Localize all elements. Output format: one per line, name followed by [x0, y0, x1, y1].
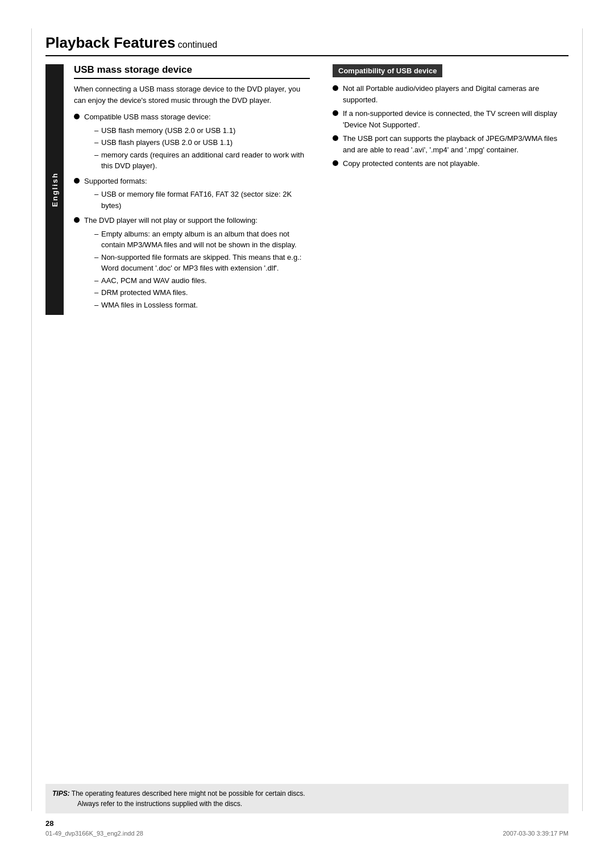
bullet-text: Not all Portable audio/video players and…	[343, 83, 569, 105]
language-label: English	[51, 172, 59, 207]
bullet-icon	[333, 85, 338, 91]
language-tab: English	[45, 64, 64, 315]
right-section-heading: Compatibility of USB device	[333, 64, 442, 77]
list-item: If a non-supported device is connected, …	[333, 108, 569, 130]
bullet-icon	[74, 178, 80, 184]
sub-list-item: USB or memory file format FAT16, FAT 32 …	[94, 189, 310, 211]
list-item: Compatible USB mass storage device: USB …	[74, 111, 310, 173]
sub-list: USB or memory file format FAT16, FAT 32 …	[94, 189, 310, 211]
tips-text: The operating features described here mi…	[72, 790, 305, 798]
footer-area: TIPS: The operating features described h…	[45, 784, 569, 837]
bullet-text: Compatible USB mass storage device: USB …	[84, 111, 310, 173]
bullet-icon	[74, 114, 80, 119]
left-section-heading: USB mass storage device	[74, 64, 310, 79]
sub-list-item: Non-supported file formats are skipped. …	[94, 252, 310, 274]
bullet-icon	[333, 160, 338, 166]
title-suffix: continued	[175, 40, 217, 49]
title-text: Playback Features	[45, 34, 175, 51]
border-left	[31, 28, 32, 811]
sub-list: USB flash memory (USB 2.0 or USB 1.1) US…	[94, 125, 310, 172]
sub-list-item: DRM protected WMA files.	[94, 287, 310, 298]
bullet-text: The DVD player will not play or support …	[84, 215, 310, 312]
bullet-text: Supported formats: USB or memory file fo…	[84, 176, 310, 213]
bullet-icon	[333, 110, 338, 116]
two-column-layout: USB mass storage device When connecting …	[74, 64, 569, 315]
page-number: 28	[45, 819, 569, 828]
bullet-text: If a non-supported device is connected, …	[343, 108, 569, 130]
bullet-icon	[74, 217, 80, 223]
tips-box: TIPS: The operating features described h…	[45, 784, 569, 813]
tips-label: TIPS:	[52, 790, 70, 798]
sub-list: Empty albums: an empty album is an album…	[94, 229, 310, 311]
sub-list-item: USB flash players (USB 2.0 or USB 1.1)	[94, 137, 310, 148]
left-column: USB mass storage device When connecting …	[74, 64, 310, 315]
bullet-icon	[333, 135, 338, 141]
sub-list-item: AAC, PCM and WAV audio files.	[94, 275, 310, 286]
list-item: The USB port can supports the playback o…	[333, 133, 569, 155]
bullet-label: Compatible USB mass storage device:	[84, 113, 211, 121]
footer-meta-right: 2007-03-30 3:39:17 PM	[503, 830, 569, 837]
footer-meta-left: 01-49_dvp3166K_93_eng2.indd 28	[45, 830, 143, 837]
sub-list-item: USB flash memory (USB 2.0 or USB 1.1)	[94, 125, 310, 136]
intro-text: When connecting a USB mass storage devic…	[74, 84, 310, 106]
tips-text2: Always refer to the instructions supplie…	[52, 800, 242, 808]
border-right	[582, 28, 583, 811]
sub-list-item: Empty albums: an empty album is an album…	[94, 229, 310, 251]
right-bullet-list: Not all Portable audio/video players and…	[333, 83, 569, 169]
left-bullet-list: Compatible USB mass storage device: USB …	[74, 111, 310, 312]
list-item: Copy protected contents are not playable…	[333, 158, 569, 169]
sub-list-item: memory cards (requires an additional car…	[94, 149, 310, 172]
bullet-text: The USB port can supports the playback o…	[343, 133, 569, 155]
right-column: Compatibility of USB device Not all Port…	[333, 64, 569, 315]
content-area: English USB mass storage device When con…	[45, 64, 569, 315]
bullet-label: The DVD player will not play or support …	[84, 216, 258, 225]
bullet-label: Supported formats:	[84, 177, 147, 185]
bullet-text: Copy protected contents are not playable…	[343, 158, 569, 169]
footer-meta: 01-49_dvp3166K_93_eng2.indd 28 2007-03-3…	[45, 830, 569, 837]
page-title: Playback Features continued	[45, 34, 569, 56]
sub-list-item: WMA files in Lossless format.	[94, 300, 310, 311]
list-item: Not all Portable audio/video players and…	[333, 83, 569, 105]
list-item: The DVD player will not play or support …	[74, 215, 310, 312]
page-container: Playback Features continued English USB …	[0, 0, 614, 868]
list-item: Supported formats: USB or memory file fo…	[74, 176, 310, 213]
